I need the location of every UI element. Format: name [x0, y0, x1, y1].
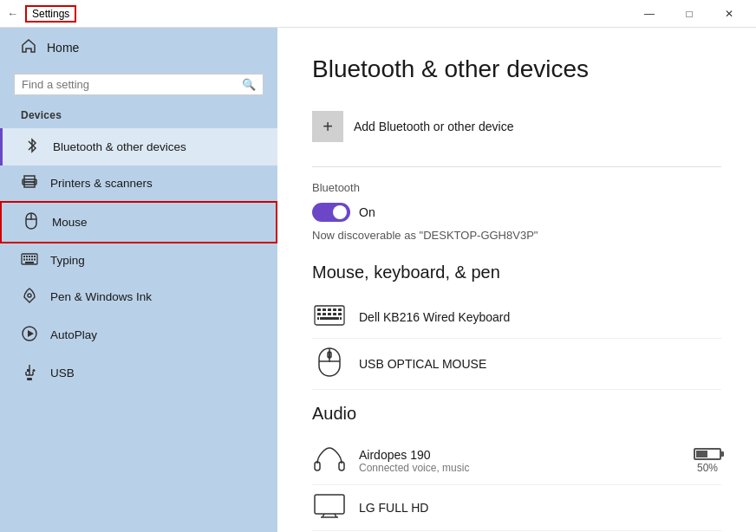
home-icon	[21, 38, 36, 56]
bluetooth-toggle[interactable]	[312, 203, 350, 222]
svg-point-27	[33, 369, 36, 372]
keyboard-device-info: Dell KB216 Wired Keyboard	[359, 310, 721, 324]
sidebar-section-label: Devices	[0, 106, 277, 128]
sidebar-item-home[interactable]: Home	[0, 28, 277, 67]
svg-rect-42	[340, 317, 342, 320]
svg-rect-18	[25, 262, 34, 263]
titlebar-title: Settings	[25, 5, 76, 23]
bluetooth-section-label: Bluetooth	[312, 181, 721, 194]
close-button[interactable]: ✕	[709, 0, 749, 28]
sidebar-item-printers[interactable]: Printers & scanners	[0, 165, 277, 201]
sidebar-item-pen[interactable]: Pen & Windows Ink	[0, 277, 277, 316]
sidebar: Home 🔍 Devices Bluetooth & other devices	[0, 28, 277, 532]
titlebar-controls: — □ ✕	[629, 0, 749, 28]
page-title: Bluetooth & other devices	[312, 55, 721, 83]
typing-icon	[21, 253, 38, 268]
svg-rect-9	[26, 256, 28, 257]
mouse-device-info: USB OPTICAL MOUSE	[359, 357, 721, 371]
search-icon: 🔍	[242, 78, 256, 91]
svg-point-19	[28, 294, 31, 297]
sidebar-item-printers-label: Printers & scanners	[50, 177, 153, 190]
lg-name: LG FULL HD	[359, 501, 721, 515]
svg-rect-26	[27, 369, 29, 372]
pen-icon	[21, 287, 38, 307]
autoplay-icon	[21, 326, 38, 344]
monitor-icon	[312, 494, 347, 522]
sidebar-item-autoplay-label: AutoPlay	[50, 328, 97, 341]
device-item-airdopes: Airdopes 190 Connected voice, music 50%	[312, 438, 721, 485]
main-layout: Home 🔍 Devices Bluetooth & other devices	[0, 28, 756, 532]
airdopes-sub: Connected voice, music	[359, 462, 681, 474]
titlebar-left: ← Settings	[7, 5, 76, 23]
svg-rect-17	[34, 259, 36, 261]
search-box[interactable]: 🔍	[14, 74, 264, 95]
add-device-button[interactable]: + Add Bluetooth or other device	[312, 104, 721, 149]
sidebar-item-mouse[interactable]: Mouse	[0, 201, 277, 243]
headphones-icon	[312, 446, 347, 476]
svg-rect-35	[317, 313, 321, 315]
content-area: Bluetooth & other devices + Add Bluetoot…	[277, 28, 756, 532]
keyboard-device-icon	[312, 305, 347, 329]
airdopes-name: Airdopes 190	[359, 448, 681, 462]
toggle-on-label: On	[359, 205, 375, 219]
printer-icon	[21, 175, 38, 191]
svg-point-3	[33, 182, 35, 184]
svg-rect-33	[333, 308, 336, 311]
sidebar-item-pen-label: Pen & Windows Ink	[50, 290, 152, 303]
back-arrow-icon: ←	[7, 7, 18, 20]
mouse-icon	[23, 212, 40, 232]
svg-rect-37	[328, 313, 331, 315]
battery-fill	[696, 451, 707, 457]
svg-rect-12	[34, 256, 36, 257]
battery-percent: 50%	[697, 462, 718, 474]
svg-rect-28	[27, 378, 32, 380]
battery-bar	[694, 448, 721, 460]
audio-section-title: Audio	[312, 404, 721, 424]
svg-rect-32	[328, 308, 331, 311]
svg-rect-31	[323, 308, 326, 311]
svg-rect-10	[29, 256, 30, 257]
sidebar-item-usb-label: USB	[50, 367, 75, 380]
minimize-button[interactable]: —	[629, 0, 669, 28]
airdopes-battery: 50%	[694, 448, 721, 474]
keyboard-device-name: Dell KB216 Wired Keyboard	[359, 310, 721, 324]
sidebar-item-autoplay[interactable]: AutoPlay	[0, 316, 277, 354]
mouse-keyboard-section-title: Mouse, keyboard, & pen	[312, 263, 721, 282]
titlebar: ← Settings — □ ✕	[0, 0, 756, 28]
device-item-mouse: USB OPTICAL MOUSE	[312, 339, 721, 390]
svg-rect-11	[31, 256, 33, 257]
svg-marker-21	[28, 330, 34, 337]
sidebar-home-label: Home	[47, 41, 79, 55]
device-item-lg: LG FULL HD	[312, 485, 721, 531]
lg-info: LG FULL HD	[359, 501, 721, 515]
maximize-button[interactable]: □	[669, 0, 709, 28]
svg-rect-50	[315, 495, 344, 514]
bluetooth-toggle-row: On	[312, 203, 721, 222]
svg-rect-40	[320, 317, 339, 320]
svg-rect-14	[26, 259, 28, 261]
svg-rect-8	[23, 256, 25, 257]
sidebar-item-mouse-label: Mouse	[52, 216, 88, 229]
add-device-label: Add Bluetooth or other device	[354, 120, 513, 133]
sidebar-item-bluetooth-label: Bluetooth & other devices	[53, 140, 186, 153]
svg-rect-16	[31, 259, 33, 261]
discoverable-text: Now discoverable as "DESKTOP-GGH8V3P"	[312, 229, 721, 242]
svg-rect-34	[338, 308, 342, 311]
add-icon: +	[312, 111, 343, 142]
usb-icon	[21, 363, 38, 383]
divider-1	[312, 166, 721, 167]
sidebar-item-typing-label: Typing	[50, 254, 85, 267]
sidebar-item-usb[interactable]: USB	[0, 354, 277, 393]
svg-rect-13	[23, 259, 25, 261]
svg-rect-36	[323, 313, 326, 315]
svg-rect-15	[29, 259, 30, 261]
search-input[interactable]	[22, 78, 237, 91]
mouse-device-icon	[312, 347, 347, 380]
svg-rect-39	[338, 313, 342, 315]
sidebar-item-bluetooth[interactable]: Bluetooth & other devices	[0, 128, 277, 165]
sidebar-item-typing[interactable]: Typing	[0, 243, 277, 277]
bluetooth-icon	[23, 138, 41, 156]
airdopes-info: Airdopes 190 Connected voice, music	[359, 448, 681, 474]
svg-rect-30	[317, 308, 321, 311]
mouse-device-name: USB OPTICAL MOUSE	[359, 357, 721, 371]
